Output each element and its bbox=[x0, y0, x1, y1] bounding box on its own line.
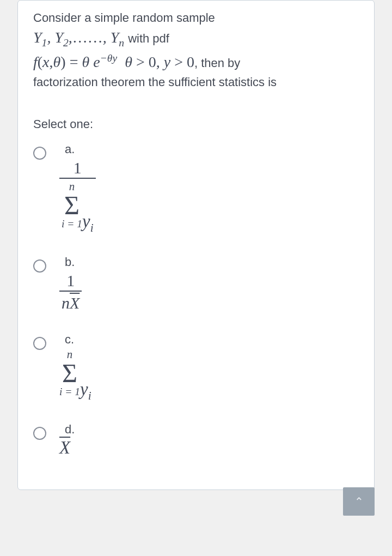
option-b: b. 1 nX bbox=[33, 256, 359, 312]
option-c-label: c. bbox=[65, 334, 91, 346]
option-c-body: c. n Σ i = 1 yi bbox=[59, 334, 91, 402]
select-one-label: Select one: bbox=[33, 117, 359, 131]
option-b-math: 1 nX bbox=[59, 271, 82, 312]
option-a: a. 1 n Σ i = 1 yi bbox=[33, 143, 359, 234]
stem-pdf: f(x,θ) = θ e−θy θ > 0, y > 0 bbox=[33, 53, 194, 70]
option-c: c. n Σ i = 1 yi bbox=[33, 334, 359, 402]
stem-line3: factorization theorem the sufficient sta… bbox=[33, 75, 277, 89]
radio-a[interactable] bbox=[33, 147, 46, 160]
options-group: a. 1 n Σ i = 1 yi b. bbox=[33, 143, 359, 457]
option-a-body: a. 1 n Σ i = 1 yi bbox=[59, 143, 96, 234]
option-d-body: d. X bbox=[59, 424, 75, 457]
option-d-label: d. bbox=[65, 424, 75, 436]
option-d-math: X bbox=[59, 438, 70, 457]
stem-sequence: Y1, Y2,……, Yn bbox=[33, 29, 128, 46]
option-b-label: b. bbox=[65, 256, 82, 268]
option-d: d. X bbox=[33, 424, 359, 457]
stem-with-pdf: with pdf bbox=[128, 32, 169, 45]
option-a-label: a. bbox=[65, 143, 96, 155]
question-stem: Consider a simple random sample Y1, Y2,…… bbox=[33, 9, 359, 91]
stem-line1: Consider a simple random sample bbox=[33, 11, 215, 25]
radio-c[interactable] bbox=[33, 337, 46, 350]
option-a-math: 1 n Σ i = 1 yi bbox=[59, 159, 96, 234]
question-card: Consider a simple random sample Y1, Y2,…… bbox=[17, 0, 375, 490]
scroll-to-top-button[interactable]: ⌃ bbox=[343, 487, 375, 490]
option-b-body: b. 1 nX bbox=[59, 256, 82, 312]
radio-d[interactable] bbox=[33, 427, 46, 440]
radio-b[interactable] bbox=[33, 259, 46, 273]
stem-then-by: , then by bbox=[194, 56, 240, 70]
option-c-math: n Σ i = 1 yi bbox=[59, 380, 91, 398]
